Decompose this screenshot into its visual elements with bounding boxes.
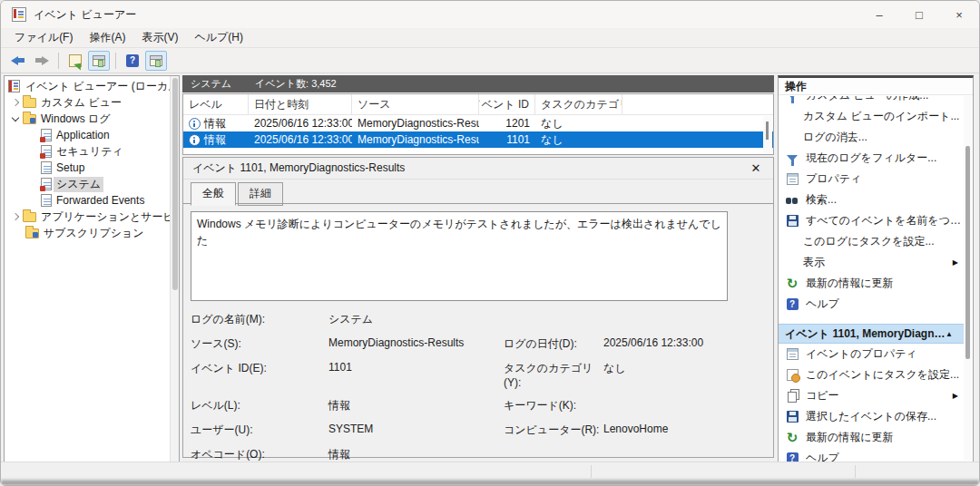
submenu-arrow-icon: ▶ [953,392,958,400]
toolbar [1,48,979,73]
toolbar-separator [58,53,59,69]
action-section-event-1101[interactable]: イベント 1101, MemoryDiagnostics... ▲ [779,324,964,344]
collapse-arrow-icon[interactable]: ▲ [946,330,953,338]
show-hide-console-tree-icon [93,55,105,66]
event-id-value: 1101 [328,361,504,374]
submenu-arrow-icon: ▶ [953,258,958,267]
column-datetime[interactable]: 日付と時刻 [249,94,352,114]
task-category-value: なし [603,361,766,376]
action-help-event[interactable]: ヘルプ [779,448,964,462]
action-import-custom-view[interactable]: カスタム ビューのインポート... [779,106,964,127]
tree-item-custom-views[interactable]: カスタム ビュー [5,94,170,111]
event-list-scrollbar[interactable] [763,116,772,153]
action-copy[interactable]: コピー ▶ [779,385,964,406]
blank-icon [785,131,797,143]
info-icon [189,118,201,130]
tree-scrollbar[interactable] [170,76,179,462]
chevron-right-icon[interactable] [12,99,19,106]
tree-item-windows-logs[interactable]: Windows ログ [5,111,170,127]
logged-label: ログの日付(D): [504,336,603,352]
tree-root-event-viewer[interactable]: イベント ビューアー (ローカル) [5,78,170,94]
computer-value: LenovoHome [603,423,766,435]
refresh-icon [785,431,799,445]
window-title: イベント ビューアー [34,7,136,23]
tree-item-forwarded-events[interactable]: Forwarded Events [5,192,170,209]
action-view[interactable]: 表示 ▶ [779,252,964,273]
action-attach-task-to-event[interactable]: このイベントにタスクを設定... [779,364,964,385]
scrollbar-thumb[interactable] [172,78,178,290]
level-label: レベル(L): [191,398,328,413]
tree-item-system[interactable]: システム [5,176,170,192]
copy-icon [785,389,799,403]
close-button[interactable]: × [939,1,979,28]
column-level[interactable]: レベル [183,94,249,114]
scrollbar-thumb[interactable] [965,146,970,359]
log-icon [41,178,52,190]
action-clear-log[interactable]: ログの消去... [779,127,964,148]
tab-general[interactable]: 全般 [191,182,236,206]
bottom-edge-blur [1,480,979,485]
event-row-1201[interactable]: 情報 2025/06/16 12:33:00 MemoryDiagnostics… [183,115,773,131]
tree-item-subscriptions[interactable]: サブスクリプション [5,225,170,241]
column-source[interactable]: ソース [352,94,479,114]
action-filter-current-log[interactable]: 現在のログをフィルター... [779,148,964,169]
properties-icon [785,172,799,187]
event-properties: ログの名前(M): システム ソース(S): MemoryDiagnostics… [191,312,766,462]
blank-icon [785,236,797,248]
minimize-button[interactable]: – [859,1,899,28]
action-create-custom-view[interactable]: カスタム ビューの作成... [779,96,964,106]
folder-icon [23,98,36,108]
export-button[interactable] [64,51,86,71]
action-properties[interactable]: プロパティ [779,169,964,190]
maximize-button[interactable]: □ [899,1,939,28]
window-controls: – □ × [859,1,979,28]
menu-file[interactable]: ファイル(F) [6,28,81,47]
console-tree-toggle-button[interactable] [88,51,110,71]
action-pane-scrollbar[interactable] [964,96,972,461]
tree-item-security[interactable]: セキュリティ [5,143,170,160]
main-area: イベント ビューアー (ローカル) カスタム ビュー Windows ログ Ap… [1,74,979,463]
tree-item-apps-services-logs[interactable]: アプリケーションとサービス ログ [5,209,170,225]
detail-title: イベント 1101, MemoryDiagnostics-Results [192,160,405,176]
column-event-id[interactable]: イベント ID [479,94,535,114]
event-row-1101-selected[interactable]: 情報 2025/06/16 12:33:00 MemoryDiagnostics… [183,131,773,148]
status-bar [1,462,979,480]
action-attach-task-to-log[interactable]: このログにタスクを設定... [779,231,964,252]
action-event-properties[interactable]: イベントのプロパティ [779,344,964,364]
chevron-right-icon[interactable] [12,213,19,220]
forward-button[interactable] [31,51,53,71]
action-refresh-event[interactable]: 最新の情報に更新 [779,427,964,448]
scrollbar-thumb[interactable] [766,122,769,140]
action-pane-toggle-button[interactable] [145,51,167,71]
opcode-label: オペコード(O): [191,447,328,462]
blank-icon [785,111,797,122]
detail-header: イベント 1101, MemoryDiagnostics-Results ✕ [183,158,773,180]
tree-item-setup[interactable]: Setup [5,160,170,176]
title-bar: イベント ビューアー – □ × [1,1,979,28]
tree-item-application[interactable]: Application [5,127,170,143]
column-task-category[interactable]: タスクのカテゴリ [535,94,622,114]
menu-action[interactable]: 操作(A) [81,28,133,47]
menu-view[interactable]: 表示(V) [133,28,186,47]
help-icon [785,452,799,462]
action-find[interactable]: 検索... [779,190,964,210]
action-help[interactable]: ヘルプ [779,294,964,315]
event-id-label: イベント ID(E): [191,361,328,376]
properties-icon [785,347,799,362]
filter-icon [785,151,799,166]
help-button[interactable] [122,51,143,71]
chevron-down-icon[interactable] [12,113,19,121]
action-save-selected-events[interactable]: 選択したイベントの保存... [779,406,964,427]
toolbar-separator [115,53,116,69]
logged-value: 2025/06/16 12:33:00 [603,336,766,349]
action-refresh[interactable]: 最新の情報に更新 [779,273,964,294]
event-detail-pane: イベント 1101, MemoryDiagnostics-Results ✕ 全… [182,157,774,458]
event-message-box[interactable]: Windows メモリ診断によりコンピューターのメモリがテストされましたが、エラ… [191,211,728,301]
back-button[interactable] [7,51,29,71]
user-label: ユーザー(U): [191,423,328,438]
menu-help[interactable]: ヘルプ(H) [186,28,251,47]
close-icon[interactable]: ✕ [748,161,764,175]
task-category-label: タスクのカテゴリ(Y): [504,361,603,389]
folder-icon [23,212,36,222]
action-save-all-events-as[interactable]: すべてのイベントを名前をつけて... [779,210,964,231]
